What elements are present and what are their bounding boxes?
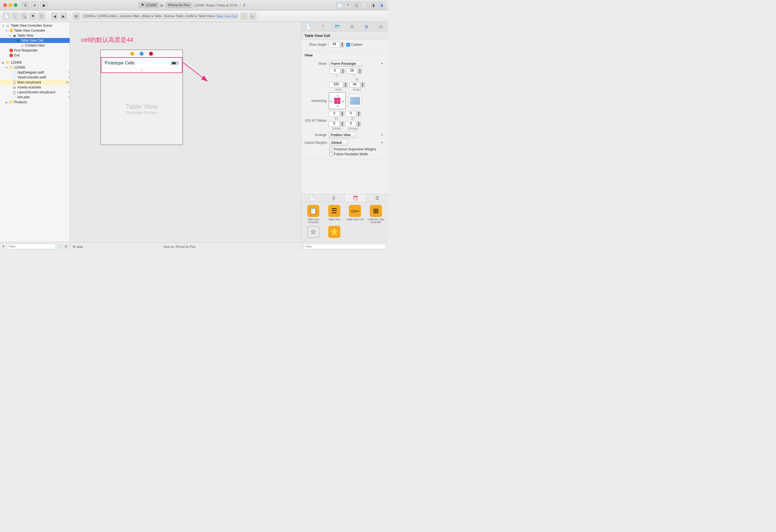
h-input[interactable]: 44	[349, 82, 360, 87]
height-label: Height	[353, 88, 361, 91]
content-view-item[interactable]: ▭ Content View	[0, 43, 70, 48]
lib-tab-clock[interactable]: ⏰	[345, 194, 367, 202]
issues-button[interactable]: ⚑	[29, 13, 36, 20]
version-button[interactable]: ↕	[12, 13, 19, 20]
x-down[interactable]: ▼	[341, 71, 345, 74]
dx-input[interactable]: 0	[329, 111, 340, 116]
grid-view-button[interactable]: ⊞	[73, 13, 80, 20]
file-inspector-button[interactable]: 📄	[336, 2, 343, 9]
left-panel-button[interactable]: ◫	[353, 2, 360, 9]
sidebar-toggle-button[interactable]: ☰	[22, 2, 29, 9]
lib-item-tv[interactable]: ☰ Table View	[325, 205, 344, 224]
attributes-tab[interactable]: ⚙	[345, 22, 359, 31]
project-root[interactable]: ▶ 📁 123456	[0, 60, 70, 65]
dh-down[interactable]: ▼	[357, 124, 361, 127]
device-selector[interactable]: iPhone 6s Plus	[165, 2, 192, 8]
lib-tab-file[interactable]: 📄	[301, 194, 323, 202]
lib-item-star[interactable]: ⭐	[325, 226, 344, 239]
first-responder-item[interactable]: 🔴 First Responder	[0, 48, 70, 53]
dw-btns: ▲ ▼	[340, 121, 344, 127]
arrange-dropdown[interactable]: Position View	[329, 132, 356, 138]
minimize-button[interactable]	[9, 3, 12, 7]
nav-forward-button[interactable]: ▶	[60, 13, 67, 20]
readable-checkbox[interactable]	[329, 153, 333, 156]
search-button[interactable]: 🔍	[20, 13, 28, 20]
custom-checkbox[interactable]	[346, 43, 350, 46]
tree-arrow: ▼	[4, 66, 9, 69]
lib-item-collection[interactable]: ⊞ Collection View Controller	[367, 205, 385, 224]
preserve-text: Preserve Superview Margins	[334, 147, 376, 151]
dh-input[interactable]: 0	[345, 121, 356, 127]
active-inspector-button[interactable]: ◨	[378, 2, 385, 9]
arrange-row: Arrange Position View	[305, 132, 385, 138]
row-height-input[interactable]: 44	[329, 42, 340, 47]
quick-help-tab[interactable]: ?	[316, 22, 331, 31]
forward-nav-button[interactable]: ▷	[249, 13, 256, 20]
lib-tab-code[interactable]: {}	[323, 194, 345, 202]
dw-down[interactable]: ▼	[340, 124, 344, 127]
lib-item-cell[interactable]: ▭━━ Table View Cell	[346, 205, 365, 224]
scene-tree-root[interactable]: ▼ ◻ Table View Controller Scene	[0, 23, 70, 28]
scheme-selector[interactable]: ⚑ 123456	[139, 2, 159, 8]
maximize-button[interactable]	[14, 3, 17, 7]
tree-arrow: ▼	[11, 39, 15, 42]
dx-down[interactable]: ▼	[340, 114, 344, 116]
viewcontroller-file[interactable]: 📄 ViewController.swift ?	[0, 75, 70, 80]
w-input[interactable]: 320	[329, 82, 343, 87]
nav-back-button[interactable]: ◀	[51, 13, 58, 20]
breakpoints-button[interactable]: ⬡	[38, 13, 45, 20]
quick-help-button[interactable]: ?	[345, 2, 352, 9]
x-input[interactable]: 0	[329, 68, 340, 74]
filter-input[interactable]	[7, 244, 56, 249]
dy-down[interactable]: ▼	[357, 114, 361, 116]
tree-arrow: ▶	[4, 101, 9, 104]
canvas-inner: cell的默认高度是44	[75, 28, 296, 220]
tvc-cell-item[interactable]: ▼ 🔵 Table View Cell	[0, 38, 70, 43]
lib-tab-list[interactable]: ☰	[367, 194, 388, 202]
identity-tab[interactable]: 🪪	[330, 22, 345, 31]
right-panel-button[interactable]: ◨	[369, 2, 376, 9]
h-down[interactable]: ▼	[361, 85, 365, 87]
w-down[interactable]: ▼	[344, 85, 348, 87]
exit-item[interactable]: 🔴 Exit	[0, 53, 70, 58]
connections-tab[interactable]: ◎	[374, 22, 388, 31]
star-icon: ⭐	[328, 226, 340, 238]
close-button[interactable]	[3, 3, 7, 7]
middle-panel-button[interactable]: ⬜	[361, 2, 368, 9]
appdelegate-file[interactable]: 📄 AppDelegate.swift ?	[0, 70, 70, 75]
row-height-down[interactable]: ▼	[340, 45, 344, 47]
canvas-scroll[interactable]: cell的默认高度是44	[70, 22, 301, 242]
dw-stepper: 0 ▲ ▼	[329, 121, 344, 127]
y-down[interactable]: ▼	[358, 71, 362, 74]
autosizing-box[interactable]: ◂ ▸ ▴ ▾	[329, 92, 346, 109]
size-inspector-tab[interactable]: ⊞	[359, 22, 374, 31]
show-dropdown[interactable]: Frame Rectangle	[329, 61, 362, 67]
status-badge: 123456: Ready | Today at 19:20	[194, 4, 237, 7]
dw-input[interactable]: 0	[329, 121, 340, 127]
launchscreen-file[interactable]: 📋 LaunchScreen.storyboard ?	[0, 90, 70, 95]
tvc-item[interactable]: ▼ 🟡 Table View Controller	[0, 28, 70, 33]
assets-file[interactable]: 🗂 Assets.xcassets	[0, 85, 70, 90]
stop-button[interactable]: ■	[31, 2, 38, 9]
infoplist-file[interactable]: 📄 Info.plist ?	[0, 95, 70, 100]
folder-label: 123456	[14, 65, 70, 69]
file-icon: 📄	[12, 76, 17, 79]
layout-margins-dropdown[interactable]: Default	[329, 140, 348, 146]
cell-lib-icon: ▭━━	[349, 205, 361, 217]
file-inspector-tab[interactable]: 📄	[301, 22, 316, 31]
mainstoryboard-file[interactable]: 📋 Main.storyboard A+	[0, 80, 70, 85]
preserve-checkbox[interactable]	[329, 148, 333, 151]
clock-icon[interactable]: 🕐	[58, 244, 62, 248]
run-button[interactable]: ▶	[40, 2, 48, 9]
y-input[interactable]: 28	[346, 68, 357, 74]
sort-icon[interactable]: ⊞	[64, 244, 67, 248]
add-button[interactable]: +	[2, 244, 5, 249]
library-filter-input[interactable]	[304, 244, 386, 249]
dy-input[interactable]: 0	[345, 111, 356, 116]
products-folder[interactable]: ▶ 📁 Products	[0, 100, 70, 105]
lib-item-star-outline[interactable]: ☆	[304, 226, 323, 239]
folder-123456[interactable]: ▼ 📁 123456	[0, 65, 70, 70]
new-file-button[interactable]: 📄	[3, 13, 10, 20]
lib-item-tvc[interactable]: 📋 Table View Controller	[304, 205, 323, 224]
tv-item[interactable]: ▼ ▦ Table View	[0, 33, 70, 38]
